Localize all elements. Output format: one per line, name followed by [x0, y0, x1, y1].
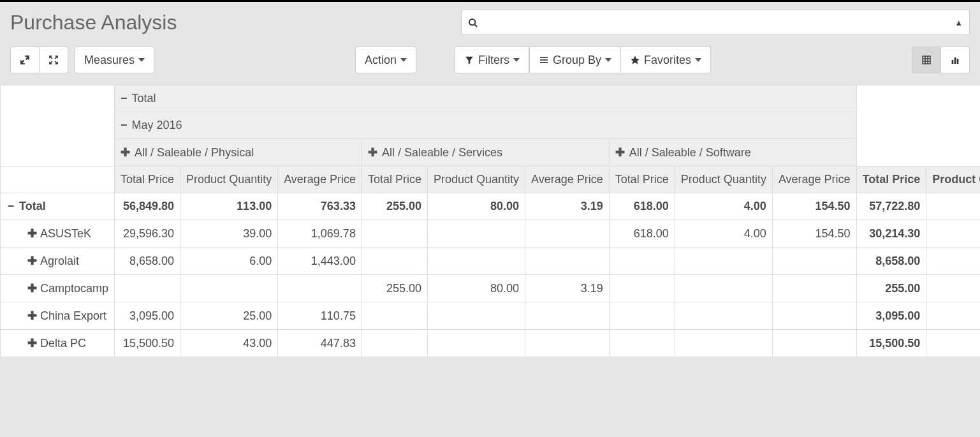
favorites-button[interactable]: Favorites: [621, 47, 711, 73]
pivot-corner: [1, 85, 115, 167]
measures-button[interactable]: Measures: [75, 47, 154, 73]
cell: 618.00: [609, 220, 675, 248]
caret-down-icon: [695, 58, 701, 62]
cell: 15,500.50: [115, 330, 180, 357]
measure-header[interactable]: Total Price: [115, 167, 180, 193]
row-label[interactable]: ✚Camptocamp: [1, 275, 115, 302]
cell: 3,095.00: [115, 302, 180, 330]
measure-header[interactable]: Total Price: [362, 167, 427, 193]
row-label[interactable]: ✚Delta PC: [1, 330, 115, 357]
minus-icon[interactable]: −: [6, 200, 15, 213]
measure-header[interactable]: Product Quantity: [180, 167, 278, 193]
cell: [772, 248, 856, 275]
row-label[interactable]: ✚Agrolait: [1, 248, 115, 275]
caret-down-icon: [400, 58, 407, 62]
cell: [525, 248, 610, 275]
measure-header[interactable]: Average Price: [525, 167, 610, 193]
filter-icon: [464, 55, 474, 65]
caret-down-icon: [138, 58, 145, 62]
cell: 43.00: [180, 330, 278, 357]
table-row: ✚Delta PC 15,500.50 43.00 447.83 15,500.…: [1, 330, 981, 357]
action-button[interactable]: Action: [355, 47, 416, 73]
measures-label: Measures: [84, 54, 135, 67]
pivot-view-button[interactable]: [912, 47, 941, 73]
minus-icon[interactable]: −: [121, 92, 128, 105]
cell: 8,658.00: [115, 248, 180, 275]
view-switcher: [912, 47, 970, 73]
cell: 56,849.80: [115, 193, 180, 220]
cell: [525, 302, 610, 330]
svg-rect-11: [954, 57, 956, 64]
col-group-0[interactable]: ✚All / Saleable / Physical: [115, 139, 362, 167]
row-total: −Total 56,849.80 113.00 763.33 255.00 80…: [1, 193, 981, 220]
plus-icon[interactable]: ✚: [368, 146, 377, 159]
row-total-label[interactable]: −Total: [1, 193, 115, 220]
filters-button[interactable]: Filters: [455, 47, 529, 73]
blank-header: [856, 85, 980, 167]
cell: [772, 330, 856, 357]
cell-total: 43.00: [926, 220, 980, 248]
measure-header[interactable]: Product Quantity: [427, 167, 525, 193]
cell: [180, 275, 278, 302]
measure-header-total[interactable]: Product Quantity: [926, 167, 980, 193]
measure-header[interactable]: Average Price: [772, 167, 856, 193]
groupby-button[interactable]: Group By: [529, 47, 621, 73]
cell: 4.00: [675, 193, 772, 220]
expand-buttons: [10, 47, 68, 73]
chart-view-button[interactable]: [941, 47, 970, 73]
star-icon: [630, 55, 640, 65]
svg-line-1: [475, 24, 478, 27]
grid-icon: [921, 55, 932, 65]
pivot-table: −Total −May 2016 ✚All / Saleable / Physi…: [0, 85, 980, 357]
cell: [427, 248, 525, 275]
expand-all-button[interactable]: [40, 47, 68, 73]
cell-total: 15,500.50: [856, 330, 926, 357]
expand-diagonal-button[interactable]: [10, 47, 40, 73]
measure-header-total[interactable]: Total Price: [856, 167, 926, 193]
row-label[interactable]: ✚ASUSTeK: [1, 220, 115, 248]
cell: 80.00: [427, 193, 525, 220]
cell: 3.19: [525, 193, 610, 220]
favorites-label: Favorites: [644, 54, 691, 67]
cell-total: 6.00: [926, 248, 980, 275]
col-total-header[interactable]: −Total: [115, 85, 857, 112]
cell: [609, 330, 675, 357]
plus-icon[interactable]: ✚: [615, 146, 625, 159]
plus-icon[interactable]: ✚: [27, 336, 36, 350]
cell: [427, 330, 525, 357]
svg-point-0: [469, 19, 475, 25]
cell: [609, 302, 675, 330]
cell-total: 80.00: [926, 275, 980, 302]
row-label[interactable]: ✚China Export: [1, 302, 115, 330]
search-input[interactable]: [485, 10, 954, 34]
cell: [609, 275, 675, 302]
page-title: Purchase Analysis: [10, 11, 177, 34]
search-box[interactable]: ▲: [461, 10, 970, 35]
plus-icon[interactable]: ✚: [27, 254, 36, 268]
col-group-2[interactable]: ✚All / Saleable / Software: [609, 139, 856, 167]
plus-icon[interactable]: ✚: [27, 281, 36, 295]
search-expand-icon[interactable]: ▲: [954, 18, 963, 27]
cell: 39.00: [180, 220, 278, 248]
cell: [675, 248, 772, 275]
cell: 1,069.78: [278, 220, 362, 248]
search-icon: [468, 15, 478, 29]
cell: [525, 330, 610, 357]
cell: 80.00: [427, 275, 525, 302]
cell: 255.00: [362, 193, 427, 220]
plus-icon[interactable]: ✚: [27, 309, 36, 323]
measure-header[interactable]: Average Price: [278, 167, 362, 193]
cell: 1,443.00: [278, 248, 362, 275]
cell: 255.00: [362, 275, 427, 302]
col-group-1[interactable]: ✚All / Saleable / Services: [362, 139, 609, 167]
measure-header[interactable]: Total Price: [609, 167, 675, 193]
cell: 618.00: [609, 193, 675, 220]
plus-icon[interactable]: ✚: [27, 226, 36, 241]
col-month-header[interactable]: −May 2016: [115, 112, 857, 139]
minus-icon[interactable]: −: [121, 119, 128, 131]
cell: 447.83: [278, 330, 362, 357]
measure-header[interactable]: Product Quantity: [675, 167, 772, 193]
plus-icon[interactable]: ✚: [121, 146, 130, 159]
cell-total: 197.00: [926, 193, 980, 220]
cell: [362, 330, 427, 357]
